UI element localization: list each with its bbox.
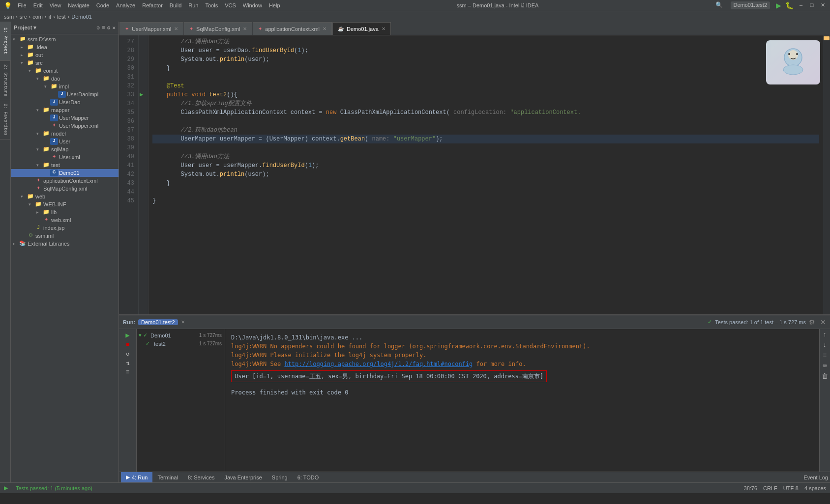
tree-item-out[interactable]: ▸ 📁 out — [11, 51, 119, 59]
tree-item-mapper[interactable]: ▾ 📁 mapper — [11, 106, 119, 114]
scroll-up-btn[interactable]: ↑ — [821, 331, 830, 338]
tab-close-usermapperxml[interactable]: ✕ — [174, 26, 178, 31]
tab-demo01[interactable]: ☕ Demo01.java ✕ — [332, 22, 391, 35]
menu-code[interactable]: Code — [96, 2, 109, 8]
run-tree-root[interactable]: ▾ ✓ Demo01 1 s 727ms — [137, 331, 225, 339]
tab-close-demo01[interactable]: ✕ — [382, 26, 385, 31]
status-position[interactable]: 38:76 — [744, 485, 758, 491]
menu-file[interactable]: File — [18, 2, 27, 8]
tree-item-webxml[interactable]: ✦ web.xml — [11, 216, 119, 224]
run-button[interactable]: ▶ — [776, 1, 781, 9]
tree-item-webinf[interactable]: ▾ 📁 WEB-INF — [11, 200, 119, 208]
tree-item-extlibs[interactable]: ▸ 📚 External Libraries — [11, 240, 119, 248]
project-scope-icon[interactable]: ⊙ — [97, 25, 100, 31]
clear-btn[interactable]: 🗑 — [821, 373, 830, 380]
scroll-down-btn[interactable]: ↓ — [821, 341, 830, 349]
menu-window[interactable]: Window — [243, 2, 262, 8]
win-maximize[interactable]: □ — [808, 1, 815, 8]
tree-item-userdaoimpl[interactable]: J UserDaoImpl — [11, 90, 119, 98]
project-settings-icon[interactable]: ⚙ — [107, 25, 111, 31]
code-editor[interactable]: 27 28 29 30 31 32 33 34 35 36 37 38 39 4… — [119, 35, 830, 314]
run-close-icon[interactable]: ✕ — [181, 319, 185, 325]
run-filter-btn[interactable]: ≡ — [126, 369, 129, 376]
run-panel-settings[interactable]: ⚙ — [809, 318, 815, 326]
run-sort-btn[interactable]: ⇅ — [126, 360, 129, 367]
sidebar-item-favorites[interactable]: 2: Favorites — [0, 100, 11, 140]
breadcrumb-demo01[interactable]: Demo01 — [71, 14, 92, 20]
log4j-link[interactable]: http://logging.apache.org/log4j/1.2/faq.… — [284, 361, 473, 367]
tab-usermapperxml[interactable]: ✦ UserMapper.xml ✕ — [119, 22, 183, 35]
event-log-link[interactable]: Event Log — [803, 475, 828, 480]
tree-item-ssmiml[interactable]: ⚙ ssm.iml — [11, 232, 119, 240]
bottom-nav-terminal[interactable]: Terminal — [152, 472, 183, 483]
run-tree-test2[interactable]: ✓ test2 1 s 727ms — [137, 339, 225, 348]
breadcrumb-it[interactable]: it — [49, 14, 52, 20]
tree-item-usermapper[interactable]: J UserMapper — [11, 114, 119, 122]
tree-item-impl[interactable]: ▾ 📁 impl — [11, 83, 119, 90]
tree-item-web[interactable]: ▾ 📁 web — [11, 193, 119, 200]
run-play-btn[interactable]: ▶ — [125, 331, 129, 339]
menu-navigate[interactable]: Navigate — [68, 2, 89, 8]
debug-button[interactable]: 🐛 — [785, 1, 794, 9]
run-config-label[interactable]: Demo01.test2 — [138, 319, 178, 325]
project-collapse-icon[interactable]: ≡ — [102, 25, 105, 31]
status-encoding[interactable]: UTF-8 — [783, 485, 799, 491]
menu-analyze[interactable]: Analyze — [116, 2, 135, 8]
menu-view[interactable]: View — [50, 2, 61, 8]
tab-close-sqlmapconfig[interactable]: ✕ — [243, 26, 247, 31]
tree-item-src[interactable]: ▾ 📁 src — [11, 59, 119, 67]
status-bar-right: 38:76 CRLF UTF-8 4 spaces — [744, 485, 826, 491]
tree-item-ssm[interactable]: ▾ 📁 ssm D:\ssm — [11, 35, 119, 43]
tree-item-dao[interactable]: ▾ 📁 dao — [11, 75, 119, 83]
tree-item-userxml[interactable]: ✦ User.xml — [11, 153, 119, 161]
run-panel-close[interactable]: ✕ — [820, 318, 826, 326]
win-minimize[interactable]: – — [798, 1, 804, 8]
breadcrumb-com[interactable]: com — [32, 14, 43, 20]
bottom-nav-spring[interactable]: Spring — [267, 472, 293, 483]
tree-item-idea[interactable]: ▸ 📁 .idea — [11, 43, 119, 51]
win-close[interactable]: ✕ — [819, 1, 826, 8]
breadcrumb-test[interactable]: test — [57, 14, 66, 20]
breadcrumb-ssm[interactable]: ssm — [4, 14, 14, 20]
tree-item-demo01[interactable]: C Demo01 — [11, 169, 119, 177]
tree-item-indexjsp[interactable]: J index.jsp — [11, 224, 119, 232]
tree-item-lib[interactable]: ▸ 📁 lib — [11, 208, 119, 216]
print-btn[interactable]: ⌨ — [821, 362, 830, 370]
menu-edit[interactable]: Edit — [33, 2, 43, 8]
menu-run[interactable]: Run — [188, 2, 198, 8]
tree-item-comit[interactable]: ▾ 📁 com.it — [11, 67, 119, 75]
tab-appcontext[interactable]: ✦ applicationContext.xml ✕ — [253, 22, 332, 35]
status-indent[interactable]: 4 spaces — [804, 485, 826, 491]
sidebar-item-structure[interactable]: 2: Structure — [0, 61, 11, 100]
run-config-selector[interactable]: Demo01.test2 — [731, 1, 770, 9]
menu-build[interactable]: Build — [170, 2, 181, 8]
tree-item-usermapperxml[interactable]: ✦ UserMapper.xml — [11, 122, 119, 130]
tree-item-test[interactable]: ▾ 📁 test — [11, 161, 119, 169]
menu-help[interactable]: Help — [269, 2, 280, 8]
menu-refactor[interactable]: Refactor — [142, 2, 163, 8]
tree-item-appcontext[interactable]: ✦ applicationContext.xml — [11, 177, 119, 185]
menu-tools[interactable]: Tools — [205, 2, 218, 8]
status-line-ending[interactable]: CRLF — [763, 485, 777, 491]
code-content[interactable]: //3.调用dao方法 User user = userDao.findUser… — [148, 35, 823, 314]
wrap-btn[interactable]: ≡ — [821, 352, 830, 359]
tree-item-user[interactable]: J User — [11, 138, 119, 145]
bottom-nav-javaenterprise[interactable]: Java Enterprise — [219, 472, 267, 483]
tree-item-model[interactable]: ▾ 📁 model — [11, 130, 119, 138]
run-rerun-btn[interactable]: ↺ — [126, 350, 129, 358]
run-stop-btn[interactable]: ■ — [126, 341, 129, 348]
tab-close-appcontext[interactable]: ✕ — [323, 26, 326, 31]
search-everywhere-icon[interactable]: 🔍 — [715, 1, 723, 9]
bottom-nav-todo[interactable]: 6: TODO — [293, 472, 324, 483]
bottom-nav-services[interactable]: 8: Services — [183, 472, 219, 483]
bottom-nav-run[interactable]: ▶ 4: Run — [121, 472, 152, 483]
tree-item-sqlmapconfig[interactable]: ✦ SqlMapConfig.xml — [11, 185, 119, 193]
tree-item-userdao[interactable]: J UserDao — [11, 98, 119, 106]
project-close-icon[interactable]: ✕ — [112, 25, 116, 31]
menu-bar[interactable]: File Edit View Navigate Code Analyze Ref… — [18, 2, 280, 8]
menu-vcs[interactable]: VCS — [225, 2, 236, 8]
breadcrumb-src[interactable]: src — [20, 14, 27, 20]
tree-item-sqlmap[interactable]: ▾ 📁 sqlMap — [11, 145, 119, 153]
tab-sqlmapconfig[interactable]: ✦ SqlMapConfig.xml ✕ — [184, 22, 252, 35]
sidebar-item-project[interactable]: 1: Project — [0, 22, 11, 61]
